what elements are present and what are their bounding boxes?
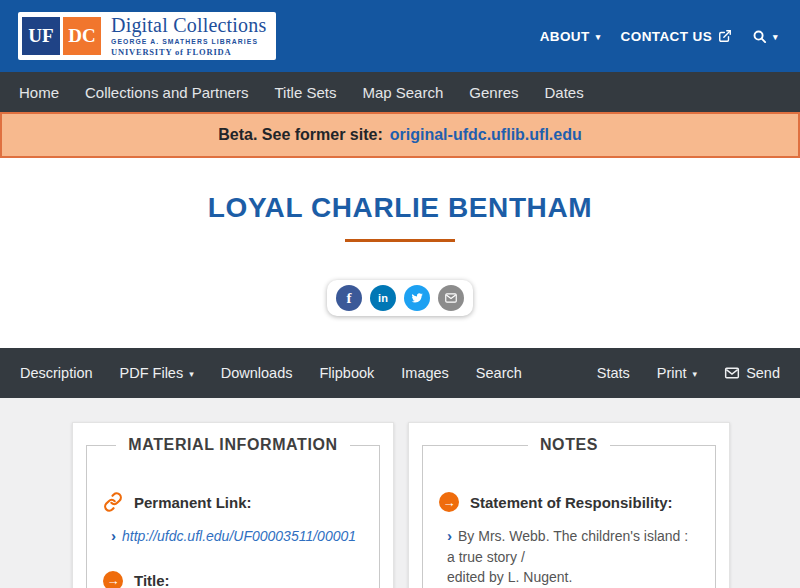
ufdc-item-page: UF DC Digital Collections GEORGE A. SMAT… [0, 0, 800, 588]
caret-down-icon: ▾ [773, 33, 778, 42]
statement-line-2: edited by L. Nugent. [447, 569, 572, 585]
caret-down-icon: ▾ [693, 370, 698, 379]
dc-logo-block: DC [63, 17, 101, 55]
search-icon [752, 29, 767, 44]
title-section: LOYAL CHARLIE BENTHAM f in [0, 192, 800, 316]
statement-line-1: By Mrs. Webb. The children's island : a … [447, 528, 688, 565]
link-icon [103, 492, 123, 512]
about-label: ABOUT [540, 29, 590, 44]
print-label: Print [657, 365, 687, 381]
title-underline [345, 239, 455, 242]
page-title: LOYAL CHARLIE BENTHAM [0, 192, 800, 224]
nav-item-title-sets[interactable]: Title Sets [261, 84, 349, 101]
tab-description[interactable]: Description [20, 365, 93, 381]
permanent-link-value-row: ›http://ufdc.ufl.edu/UF00003511/00001 [103, 525, 363, 547]
twitter-icon [410, 291, 424, 305]
logo-subtitle-university: UNIVERSITY of FLORIDA [111, 48, 266, 57]
chevron-right-icon: › [447, 527, 452, 544]
title-label: Title: [134, 572, 170, 588]
caret-down-icon: ▾ [596, 33, 601, 42]
tab-flipbook[interactable]: Flipbook [319, 365, 374, 381]
contact-us-label: CONTACT US [621, 29, 713, 44]
linkedin-icon: in [378, 292, 388, 304]
logo-title: Digital Collections [111, 15, 266, 35]
arrow-circle-icon: → [439, 492, 459, 512]
print-menu[interactable]: Print ▾ [657, 365, 697, 381]
search-menu[interactable]: ▾ [752, 29, 778, 44]
toolbar-left-group: Description PDF Files ▾ Downloads Flipbo… [20, 365, 549, 381]
linkedin-share-button[interactable]: in [370, 285, 396, 311]
site-header: UF DC Digital Collections GEORGE A. SMAT… [0, 0, 800, 72]
permanent-link-url[interactable]: http://ufdc.ufl.edu/UF00003511/00001 [122, 528, 356, 544]
beta-banner-text: Beta. See former site: [218, 126, 383, 144]
facebook-icon: f [347, 290, 352, 307]
pdf-files-label: PDF Files [120, 365, 184, 381]
nav-item-map-search[interactable]: Map Search [349, 84, 456, 101]
material-information-heading: MATERIAL INFORMATION [116, 436, 349, 454]
notes-heading: NOTES [528, 436, 610, 454]
send-label: Send [746, 365, 780, 381]
header-utility-nav: ABOUT ▾ CONTACT US ▾ [540, 29, 778, 44]
send-button[interactable]: Send [724, 365, 780, 381]
about-menu[interactable]: ABOUT ▾ [540, 29, 601, 44]
caret-down-icon: ▾ [189, 370, 194, 379]
former-site-link[interactable]: original-ufdc.uflib.ufl.edu [390, 126, 582, 144]
arrow-circle-icon: → [103, 571, 123, 588]
social-share-bar: f in [0, 280, 800, 316]
contact-us-link[interactable]: CONTACT US [621, 29, 733, 44]
external-link-icon [718, 29, 732, 43]
site-logo[interactable]: UF DC Digital Collections GEORGE A. SMAT… [18, 12, 276, 60]
nav-item-home[interactable]: Home [6, 84, 72, 101]
nav-item-genres[interactable]: Genres [456, 84, 531, 101]
permanent-link-label: Permanent Link: [134, 494, 252, 511]
toolbar-right-group: Stats Print ▾ Send [570, 365, 780, 381]
facebook-share-button[interactable]: f [336, 285, 362, 311]
permanent-link-row: Permanent Link: [103, 492, 363, 512]
uf-logo-block: UF [22, 17, 60, 55]
item-toolbar: Description PDF Files ▾ Downloads Flipbo… [0, 348, 800, 398]
logo-subtitle-libraries: GEORGE A. SMATHERS LIBRARIES [111, 39, 266, 46]
nav-item-dates[interactable]: Dates [531, 84, 596, 101]
material-information-panel: MATERIAL INFORMATION Permanent Link: ›ht… [72, 422, 394, 588]
content-area: MATERIAL INFORMATION Permanent Link: ›ht… [0, 398, 800, 588]
statement-of-responsibility-row: → Statement of Responsibility: [439, 492, 699, 512]
notes-fieldset: NOTES → Statement of Responsibility: ›By… [422, 436, 716, 588]
notes-panel: NOTES → Statement of Responsibility: ›By… [408, 422, 730, 588]
statement-of-responsibility-label: Statement of Responsibility: [470, 494, 673, 511]
statement-of-responsibility-value: ›By Mrs. Webb. The children's island : a… [439, 525, 699, 587]
tab-search[interactable]: Search [476, 365, 522, 381]
social-pill: f in [327, 280, 473, 316]
envelope-icon [724, 365, 740, 381]
tab-downloads[interactable]: Downloads [221, 365, 293, 381]
logo-text: Digital Collections GEORGE A. SMATHERS L… [111, 15, 266, 56]
tab-images[interactable]: Images [401, 365, 449, 381]
nav-item-collections-and-partners[interactable]: Collections and Partners [72, 84, 261, 101]
email-share-button[interactable] [438, 285, 464, 311]
chevron-right-icon: › [111, 527, 116, 544]
twitter-share-button[interactable] [404, 285, 430, 311]
material-information-fieldset: MATERIAL INFORMATION Permanent Link: ›ht… [86, 436, 380, 588]
envelope-icon [444, 291, 458, 305]
tab-pdf-files[interactable]: PDF Files ▾ [120, 365, 194, 381]
stats-button[interactable]: Stats [597, 365, 630, 381]
beta-banner: Beta. See former site: original-ufdc.ufl… [0, 112, 800, 158]
title-row: → Title: [103, 571, 363, 588]
main-nav: Home Collections and Partners Title Sets… [0, 72, 800, 112]
